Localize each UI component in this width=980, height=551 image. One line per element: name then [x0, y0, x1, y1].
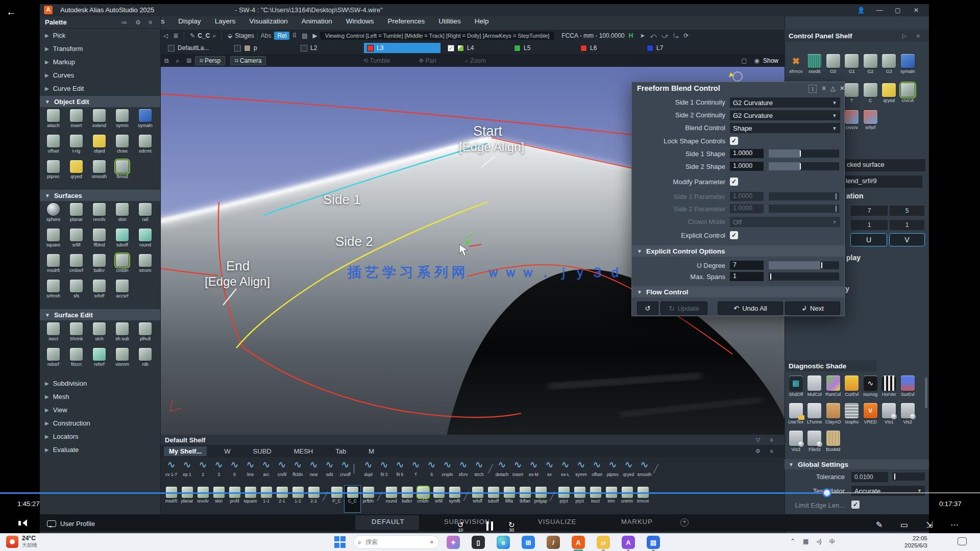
- show-menu[interactable]: Show: [763, 57, 778, 64]
- shelf-tool-strch[interactable]: ∿strch: [471, 458, 487, 485]
- menu-preferences[interactable]: Preferences: [388, 17, 425, 29]
- side-1-parameter-field[interactable]: 1.0000: [730, 192, 764, 201]
- shelf-tool-exm[interactable]: ∿ex-M: [526, 458, 542, 485]
- shelf-tool-prjct[interactable]: prjct: [556, 486, 572, 512]
- shelf-tool-tuboff[interactable]: tuboff: [485, 486, 501, 512]
- u-spans-field[interactable]: 1: [851, 220, 888, 230]
- shelf-bar-icons[interactable]: ▽ ≡: [756, 437, 777, 443]
- frame-icon[interactable]: ▢: [741, 57, 747, 64]
- palette-tool-shsub[interactable]: sh sub: [111, 322, 134, 348]
- palette-tool-planar[interactable]: planar: [65, 203, 88, 229]
- control-panel-header-icons[interactable]: ▷ ≡: [902, 33, 924, 39]
- abs-toggle[interactable]: Abs: [261, 32, 272, 39]
- cps-tool-G1[interactable]: G1: [843, 54, 862, 74]
- start-button[interactable]: [334, 536, 347, 548]
- srfill-icon[interactable]: [70, 229, 83, 241]
- cps-tool-xfrmcv[interactable]: ✖xfrmcv: [787, 54, 805, 74]
- G1-icon[interactable]: [845, 54, 859, 68]
- qryed-icon[interactable]: [70, 160, 83, 173]
- C-icon[interactable]: [864, 83, 877, 97]
- shelf-tab-myshelf[interactable]: My Shelf...: [164, 446, 207, 456]
- pointer-icon[interactable]: ➤: [640, 32, 645, 39]
- slider-cursor[interactable]: [836, 206, 837, 212]
- layer-checkbox[interactable]: ✓: [448, 45, 454, 52]
- palette-section-view[interactable]: ▶View: [40, 403, 160, 416]
- taskbar-app-paint[interactable]: /: [547, 536, 560, 549]
- palette-tool-cmbsrf[interactable]: cmbsrf: [65, 254, 88, 280]
- notification-icon[interactable]: [958, 537, 967, 545]
- surface-name-field[interactable]: lend_srf#9: [844, 176, 922, 188]
- side-2-shape-slider[interactable]: [769, 162, 839, 170]
- palette-section-markup[interactable]: ▶Markup: [40, 55, 160, 68]
- layer-chip-L5[interactable]: L5: [511, 43, 573, 53]
- player-back-icon[interactable]: ←: [6, 6, 16, 18]
- taskbar-app-folder[interactable]: ▱: [597, 536, 610, 549]
- diagnostic-scrollbar[interactable]: [925, 378, 927, 408]
- planar-icon[interactable]: [70, 203, 83, 216]
- palette-tool-fitscn[interactable]: fitscn: [65, 348, 88, 373]
- palette-tool-qryed[interactable]: qryed: [65, 160, 88, 186]
- diag-surevl[interactable]: SurEvl: [898, 375, 917, 397]
- objed-icon[interactable]: [93, 135, 106, 147]
- tolerance-slider[interactable]: [892, 472, 925, 481]
- palette-section-subdivision[interactable]: ▶Subdivision: [40, 377, 160, 390]
- fitscn-icon[interactable]: [70, 348, 83, 361]
- T-icon[interactable]: [845, 83, 859, 97]
- magnifier-icon[interactable]: ⌕: [212, 32, 216, 39]
- rel-toggle[interactable]: Rel: [274, 32, 289, 40]
- menu-help[interactable]: Help: [475, 17, 489, 29]
- palette-tool-msdrft[interactable]: msdrft: [42, 254, 65, 280]
- palette-tool-ftmod[interactable]: ftmod: [111, 160, 134, 186]
- palette-tool-sfs[interactable]: sfs: [65, 280, 88, 305]
- rebsrf-icon[interactable]: [47, 348, 60, 361]
- collapse-icon[interactable]: △: [829, 85, 837, 92]
- palette-section-surface-edit[interactable]: ▼Surface Edit: [40, 309, 160, 320]
- close-icon[interactable]: ✕: [838, 85, 846, 92]
- ftmod-icon[interactable]: [116, 160, 129, 173]
- taskbar-app-alias[interactable]: A: [572, 536, 585, 549]
- side-2-parameter-field[interactable]: 1.0000: [730, 204, 764, 213]
- refsrf-icon[interactable]: [93, 348, 106, 361]
- taskbar-app-copilot[interactable]: ✦: [447, 536, 460, 549]
- cps-tool-G3[interactable]: G3: [880, 54, 899, 74]
- palette-tool-attach[interactable]: attach: [42, 109, 65, 135]
- orbit-icon-3[interactable]: ⤿: [673, 32, 678, 39]
- G2-icon[interactable]: [864, 54, 877, 68]
- xfrmcv-icon[interactable]: ✖: [789, 54, 803, 68]
- grid-icon[interactable]: ⠿: [292, 32, 297, 39]
- shelf-tab-w[interactable]: W: [224, 447, 230, 455]
- undo-button[interactable]: ↺: [637, 302, 658, 315]
- palette-section-locators[interactable]: ▶Locators: [40, 430, 160, 443]
- tolerance-field[interactable]: 0.0100: [851, 472, 888, 482]
- new-window-icon[interactable]: ⧉: [164, 57, 169, 64]
- palette-section-construction[interactable]: ▶Construction: [40, 416, 160, 430]
- Shrink-icon[interactable]: [70, 322, 83, 335]
- layer-chip-L4[interactable]: ✓L4: [445, 43, 507, 53]
- palette-tool-smooth[interactable]: smooth: [88, 160, 111, 186]
- shelf-tab-mesh[interactable]: MESH: [294, 447, 313, 455]
- diag-vis3[interactable]: Vis3: [787, 431, 805, 452]
- picked-surface-field[interactable]: cked surface: [845, 159, 925, 171]
- symm-icon[interactable]: [116, 109, 129, 122]
- pause-button[interactable]: [486, 521, 495, 531]
- taskbar-clock[interactable]: 22:052025/6/3: [904, 535, 927, 549]
- shelf-tool-edit[interactable]: ∿edit: [322, 458, 337, 485]
- diag-ltunne[interactable]: LTunne: [805, 403, 824, 424]
- panel-icon[interactable]: ▤: [302, 32, 307, 39]
- palette-tool-rebsrf[interactable]: rebsrf: [42, 348, 65, 373]
- srfsrf-icon[interactable]: [864, 110, 877, 124]
- diag-horver[interactable]: HorVer: [880, 375, 899, 397]
- undo-history-icon[interactable]: ◁: [163, 32, 168, 39]
- shelf-tool-filfla[interactable]: filfla: [501, 486, 517, 512]
- player-note-icon[interactable]: ▭: [900, 520, 908, 530]
- tray-icon-0[interactable]: ⌃: [790, 538, 795, 546]
- shelf-tool-new[interactable]: ∿new: [306, 458, 322, 485]
- shelf-tool-trmcvt[interactable]: trmcvt: [635, 486, 651, 512]
- shelf-tool-prjct[interactable]: prjct: [572, 486, 587, 512]
- diag-curevl[interactable]: CurEvl: [843, 375, 862, 397]
- eye-icon[interactable]: ◉: [754, 57, 759, 64]
- symaln-icon[interactable]: [139, 109, 152, 122]
- diag-isopho[interactable]: Isopho: [843, 403, 862, 424]
- palette-tool-extend[interactable]: extend: [88, 109, 111, 135]
- taskbar-app-store[interactable]: ⊞: [522, 536, 535, 549]
